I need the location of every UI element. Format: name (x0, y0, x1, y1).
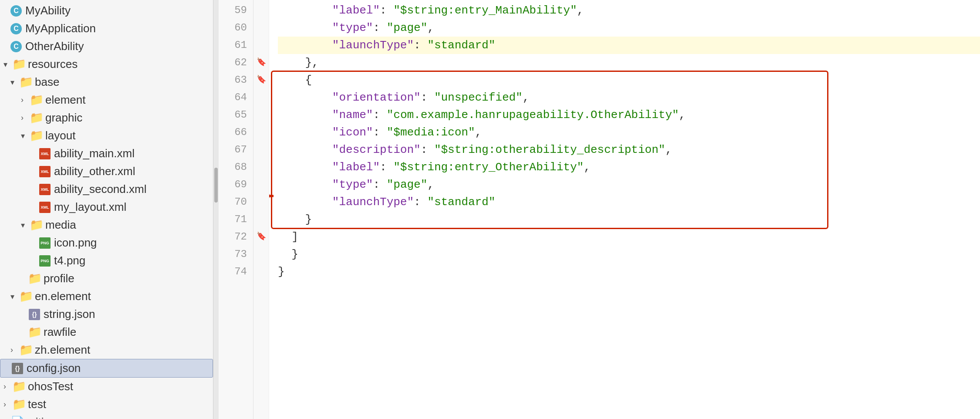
chevron-right-icon: › (21, 113, 29, 122)
line-number: 72 (219, 228, 247, 246)
sidebar-item-media[interactable]: ▾ 📁 media (0, 216, 213, 234)
folder-icon: 📁 (20, 291, 32, 303)
code-line-63: { (278, 71, 980, 89)
chevron-down-icon: ▾ (10, 292, 18, 301)
gutter-mark (253, 211, 269, 228)
gutter-mark (253, 2, 269, 19)
sidebar-item-element[interactable]: › 📁 element (0, 91, 213, 109)
gutter-bookmark: 🔖 (253, 71, 269, 89)
line-number: 67 (219, 141, 247, 159)
gutter-mark (253, 89, 269, 106)
chevron-down-icon: ▾ (21, 220, 29, 230)
sidebar-item-my-layout-xml[interactable]: XML my_layout.xml (0, 198, 213, 216)
code-line-65: "name": "com.example.hanrupageability.Ot… (278, 106, 980, 124)
sidebar-item-graphic[interactable]: › 📁 graphic (0, 109, 213, 127)
sidebar-item-profile[interactable]: 📁 profile (0, 270, 213, 287)
sidebar-item-ability-other-xml[interactable]: XML ability_other.xml (0, 162, 213, 180)
sidebar-item-label: ohosTest (28, 380, 73, 393)
sidebar-item-label: ability_other.xml (54, 165, 135, 178)
line-number: 64 (219, 89, 247, 106)
sidebar-item-label: .gitignore (26, 416, 73, 419)
code-line-67: "description": "$string:otherability_des… (278, 141, 980, 159)
sidebar-item-gitignore[interactable]: 📄 .gitignore (0, 413, 213, 419)
sidebar-scrollbar[interactable] (213, 0, 219, 419)
sidebar-item-layout[interactable]: ▾ 📁 layout (0, 127, 213, 145)
line-number: 59 (219, 2, 247, 19)
sidebar-item-resources[interactable]: ▾ 📁 resources (0, 55, 213, 73)
folder-icon: 📁 (30, 112, 43, 124)
sidebar-item-rawfile[interactable]: 📁 rawfile (0, 323, 213, 341)
chevron-right-icon: › (3, 382, 11, 391)
code-line-69: "type": "page", (278, 176, 980, 193)
code-line-59: "label": "$string:entry_MainAbility", (278, 2, 980, 19)
file-tree[interactable]: C MyAbility C MyApplication C OtherAbili… (0, 0, 213, 419)
xml-file-icon: XML (39, 202, 51, 213)
code-line-66: "icon": "$media:icon", (278, 124, 980, 141)
sidebar-item-label: media (45, 218, 76, 232)
gutter-mark (253, 124, 269, 141)
sidebar-item-string-json[interactable]: {} string.json (0, 305, 213, 323)
class-icon: C (10, 23, 22, 34)
sidebar-item-label: MyApplication (25, 22, 96, 35)
sidebar-item-label: icon.png (54, 236, 97, 250)
sidebar-item-ability-main-xml[interactable]: XML ability_main.xml (0, 145, 213, 162)
folder-icon: 📁 (29, 273, 41, 285)
sidebar-item-label: my_layout.xml (54, 200, 126, 214)
file-icon: 📄 (11, 416, 24, 419)
sidebar-item-label: OtherAbility (25, 40, 84, 53)
sidebar-item-label: ability_second.xml (54, 182, 146, 196)
line-number: 70 (219, 193, 247, 211)
sidebar-item-ability-second-xml[interactable]: XML ability_second.xml (0, 180, 213, 198)
code-editor: 59 60 61 62 63 64 65 66 67 68 69 70 71 7… (219, 0, 980, 419)
code-line-70: "launchType": "standard" (278, 193, 980, 211)
folder-icon: 📁 (13, 399, 25, 411)
chevron-right-icon: › (10, 345, 18, 355)
sidebar-item-base[interactable]: ▾ 📁 base (0, 73, 213, 91)
sidebar-item-label: config.json (27, 362, 81, 375)
sidebar-item-myapplication[interactable]: C MyApplication (0, 20, 213, 37)
sidebar-item-label: ability_main.xml (54, 147, 135, 160)
sidebar-item-myability[interactable]: C MyAbility (0, 2, 213, 20)
sidebar-item-label: MyAbility (25, 4, 71, 17)
chevron-down-icon: ▾ (10, 78, 18, 87)
gutter-mark (253, 141, 269, 159)
sidebar-item-zh-element[interactable]: › 📁 zh.element (0, 341, 213, 359)
sidebar-item-label: graphic (45, 111, 82, 125)
line-number: 73 (219, 246, 247, 263)
sidebar-item-test[interactable]: › 📁 test (0, 395, 213, 413)
sidebar-item-label: en.element (35, 290, 91, 303)
code-line-61: "launchType": "standard" (278, 37, 980, 54)
line-number: 65 (219, 106, 247, 124)
folder-icon: 📁 (30, 130, 43, 142)
code-line-60: "type": "page", (278, 19, 980, 37)
gutter-mark (253, 37, 269, 54)
sidebar-item-otherability[interactable]: C OtherAbility (0, 37, 213, 55)
gutter-mark (253, 19, 269, 37)
line-number: 63 (219, 71, 247, 89)
xml-file-icon: XML (39, 166, 51, 177)
code-line-71: } (278, 211, 980, 228)
chevron-right-icon: › (3, 400, 11, 409)
sidebar-item-en-element[interactable]: ▾ 📁 en.element (0, 287, 213, 305)
scroll-thumb[interactable] (214, 168, 218, 203)
gutter-mark (253, 246, 269, 263)
line-number: 66 (219, 124, 247, 141)
folder-icon: 📁 (20, 76, 32, 88)
code-content[interactable]: "label": "$string:entry_MainAbility", "t… (269, 0, 980, 419)
gutter-mark (253, 159, 269, 176)
chevron-down-icon: ▾ (3, 60, 11, 69)
folder-icon: 📁 (13, 58, 25, 71)
sidebar-item-ohostest[interactable]: › 📁 ohosTest (0, 378, 213, 395)
xml-file-icon: XML (39, 184, 51, 195)
sidebar-item-config-json[interactable]: {} config.json (0, 359, 213, 378)
line-number: 71 (219, 211, 247, 228)
gutter-mark (253, 106, 269, 124)
sidebar-item-label: profile (44, 272, 74, 285)
sidebar-item-t4-png[interactable]: PNG t4.png (0, 252, 213, 270)
class-icon: C (10, 5, 22, 17)
folder-icon: 📁 (29, 326, 41, 338)
folder-icon: 📁 (30, 94, 43, 106)
sidebar-item-label: resources (28, 57, 78, 71)
sidebar-item-label: layout (45, 129, 75, 142)
sidebar-item-icon-png[interactable]: PNG icon.png (0, 234, 213, 252)
